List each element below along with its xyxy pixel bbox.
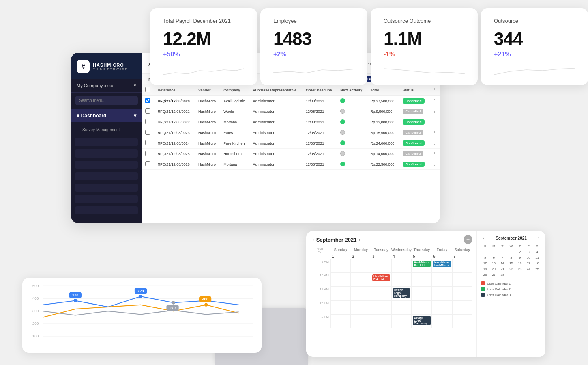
cal-event-fri-9[interactable]: HashMicrohashMicro [433,261,451,267]
cal-cell-fri-9[interactable]: HashMicrohashMicro [432,259,452,273]
select-all-checkbox[interactable] [145,87,150,92]
td-status: Confirmed [399,159,429,170]
td-company: Eates [220,127,249,138]
cal-cell-sun-10[interactable] [330,273,351,287]
table-row[interactable]: RFQ/21/12/08/0024 HashMicro Pure Kirchen… [142,138,440,149]
sparkline-outsource [494,63,575,79]
cal-cell-mon-9[interactable] [351,259,371,273]
activity-dot-grey [340,130,345,135]
cal-event-thu-1pm[interactable]: Design LogoCompany [413,316,431,325]
cal-cell-tue-10[interactable]: HashMicroPvt. Ltd. [371,273,391,287]
cal-cell-thu-10[interactable] [412,273,432,287]
td-status: Confirmed [399,96,429,106]
cal-cell-fri-1[interactable] [432,314,452,328]
row-checkbox-0[interactable] [145,98,150,103]
row-checkbox-5[interactable] [145,151,150,156]
cal-cell-mon-10[interactable] [351,273,371,287]
cal-time-11am: 11 AM [310,287,330,300]
legend-dot-1 [481,281,485,285]
cal-cell-sat-12[interactable] [452,300,472,314]
cal-cell-sat-1[interactable] [452,314,472,328]
cal-cell-tue-12[interactable] [371,300,391,314]
sidebar-search[interactable]: Search menu... [75,96,138,105]
table-row[interactable]: RFQ/21/12/08/0023 HashMicro Eates Admini… [142,127,440,138]
svg-point-10 [74,299,77,302]
cal-cell-sun-9[interactable] [330,259,351,273]
cal-cell-fri-10[interactable] [432,273,452,287]
svg-text:500: 500 [32,284,39,288]
td-status: Confirmed [399,138,429,149]
cal-cell-thu-12[interactable] [412,300,432,314]
cal-event-tue-10[interactable]: HashMicroPvt. Ltd. [372,274,390,281]
sidebar-nav-survey[interactable]: Survey Management [71,124,142,136]
cal-cell-sat-11[interactable] [452,287,472,300]
td-rep: Administrator [250,127,303,138]
td-ref: RFQ/21/12/08/0022 [155,117,195,127]
row-checkbox-2[interactable] [145,119,150,124]
cal-prev-btn[interactable]: ‹ [310,235,316,244]
cal-cell-thu-9[interactable]: HashMicroPvt. Ltd. [412,259,432,273]
cal-next-btn[interactable]: › [356,235,363,244]
cal-cell-sat-9[interactable] [452,259,472,273]
cal-cell-thu-1[interactable]: Design LogoCompany [412,314,432,328]
cal-cell-mon-12[interactable] [351,300,371,314]
td-menu[interactable]: ⋮ [429,117,440,127]
cal-cell-sun-11[interactable] [330,287,351,300]
stat-card-outsource: Outsource 344 +21% [481,8,588,85]
row-checkbox-1[interactable] [145,108,150,114]
table-row[interactable]: RFQ/21/12/08/0021 HashMicro Woobi Admini… [142,106,440,117]
stat-card-employee: Employee 1483 +2% [260,8,367,85]
cal-cell-tue-9[interactable] [371,259,391,273]
cal-mini-grid: S M T W T F S 1234 567891011 12131415161… [481,244,541,277]
td-total: Rp.27,500,000 [367,96,399,106]
cal-time-9am: 9 AM [310,259,330,273]
stat-value-employee: 1483 [273,29,354,49]
cal-cell-fri-12[interactable] [432,300,452,314]
row-checkbox-3[interactable] [145,130,150,135]
row-checkbox-6[interactable] [145,161,150,166]
sidebar-nav-dashboard[interactable]: ■ Dashboard ▾ [71,109,142,122]
cal-cell-wed-10[interactable] [391,273,412,287]
cal-cell-wed-9[interactable] [391,259,412,273]
stat-change-employee: +2% [273,51,354,58]
td-menu[interactable]: ⋮ [429,127,440,138]
table-row[interactable]: RFQ/21/12/08/0020 HashMicro Avail Logist… [142,96,440,106]
td-menu[interactable]: ⋮ [429,138,440,149]
cal-time-10am: 10 AM [310,273,330,287]
cal-add-button[interactable]: + [464,235,472,244]
cal-cell-sun-1[interactable] [330,314,351,328]
td-menu[interactable]: ⋮ [429,96,440,106]
cal-mini-prev[interactable]: ‹ [481,235,486,241]
cal-mini-title: September 2021 [496,236,527,240]
table-row[interactable]: RFQ/21/12/08/0025 HashMicro Homethera Ad… [142,149,440,159]
cal-cell-wed-1[interactable] [391,314,412,328]
cal-cell-wed-12[interactable] [391,300,412,314]
cal-cell-sun-12[interactable] [330,300,351,314]
cal-cell-wed-11[interactable]: Design LogoCompany [391,287,412,300]
table-row[interactable]: RFQ/21/12/08/0022 HashMicro Mortana Admi… [142,117,440,127]
cal-cell-mon-11[interactable] [351,287,371,300]
td-vendor: HashMicro [195,127,220,138]
cal-cell-mon-1[interactable] [351,314,371,328]
stat-value-payroll: 12.2M [163,29,244,49]
cal-head-fri: Friday [432,246,452,254]
td-total: Rp.24,000,000 [367,138,399,149]
sidebar-company[interactable]: My Company xxxx ▾ [71,79,142,93]
cal-date-7: 7 [452,254,472,259]
td-menu[interactable]: ⋮ [429,149,440,159]
cal-cell-tue-1[interactable] [371,314,391,328]
row-checkbox-4[interactable] [145,140,150,145]
cal-cell-tue-11[interactable] [371,287,391,300]
td-menu[interactable]: ⋮ [429,159,440,170]
cal-event-thu-9[interactable]: HashMicroPvt. Ltd. [413,261,431,267]
table-row[interactable]: RFQ/21/12/08/0026 HashMicro Mortana Admi… [142,159,440,170]
rfq-table: Reference Vendor Company Purchase Repres… [142,84,440,223]
td-menu[interactable]: ⋮ [429,106,440,117]
cal-event-wed-11[interactable]: Design LogoCompany [393,288,410,298]
cal-cell-thu-11[interactable] [412,287,432,300]
td-rep: Administrator [250,149,303,159]
cal-mini-next[interactable]: › [536,235,541,241]
cal-cell-fri-11[interactable] [432,287,452,300]
td-activity [337,117,367,127]
cal-cell-sat-10[interactable] [452,273,472,287]
